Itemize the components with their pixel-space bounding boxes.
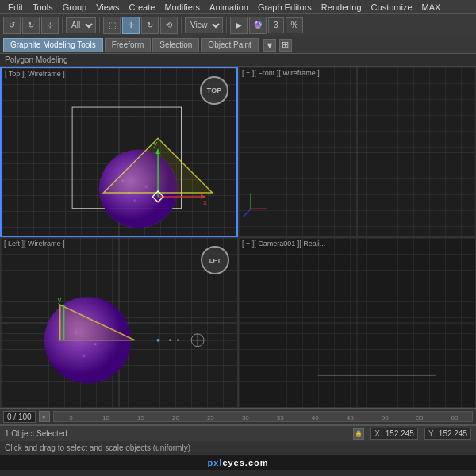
- object-paint-tab[interactable]: Object Paint: [201, 38, 258, 52]
- render-btn[interactable]: ▶: [230, 17, 248, 34]
- x-label: X:: [374, 429, 382, 438]
- separator-1: [62, 17, 63, 33]
- y-value: 152.245: [439, 429, 467, 438]
- svg-text:y: y: [58, 296, 62, 304]
- separator-2: [99, 17, 100, 33]
- svg-point-5: [121, 179, 125, 182]
- menu-animation[interactable]: Animation: [205, 0, 253, 13]
- svg-point-24: [44, 297, 131, 383]
- timeline-play-button[interactable]: >: [39, 411, 50, 422]
- svg-point-28: [82, 355, 85, 358]
- undo-button[interactable]: ↺: [3, 17, 21, 34]
- svg-point-34: [157, 339, 160, 342]
- svg-point-8: [133, 199, 136, 202]
- menu-modifiers[interactable]: Modifiers: [159, 0, 205, 13]
- help-message: Click and drag to select and scale objec…: [5, 443, 190, 452]
- timeline-counter: 0 / 100: [3, 411, 36, 423]
- menu-tools[interactable]: Tools: [28, 0, 58, 13]
- ruler-mark-60: 60: [437, 414, 472, 421]
- viewports-container: [ Top ][ Wireframe ]: [0, 67, 476, 408]
- viewport-camera[interactable]: [ + ][ Camera001 ][ Reali...: [238, 237, 476, 408]
- y-label: Y:: [428, 429, 436, 438]
- svg-point-35: [169, 339, 171, 341]
- ruler-mark-20: 20: [158, 414, 193, 421]
- polygon-modeling-label: Polygon Modeling: [5, 56, 68, 64]
- svg-point-7: [144, 185, 148, 188]
- redo-button[interactable]: ↻: [22, 17, 40, 34]
- menu-rendering[interactable]: Rendering: [317, 0, 367, 13]
- brand-name: pxleyes.com: [207, 458, 268, 467]
- svg-point-37: [191, 334, 204, 347]
- menu-customize[interactable]: Customize: [367, 0, 417, 13]
- y-coordinate-display: Y: 152.245: [424, 428, 471, 440]
- svg-text:y: y: [153, 139, 157, 148]
- modeling-extra-icon[interactable]: ⊞: [279, 39, 292, 52]
- ruler-mark-5: 5: [54, 414, 89, 421]
- menu-views[interactable]: Views: [91, 0, 124, 13]
- select-object-btn[interactable]: ⬚: [103, 17, 121, 34]
- svg-text:x: x: [203, 198, 207, 206]
- viewport-dropdown[interactable]: View: [185, 17, 223, 33]
- menu-edit[interactable]: Edit: [3, 0, 28, 13]
- graphite-modeling-tools-btn[interactable]: Graphite Modeling Tools: [3, 38, 103, 52]
- ruler-mark-55: 55: [402, 414, 437, 421]
- svg-rect-2: [72, 107, 181, 209]
- menu-create[interactable]: Create: [124, 0, 159, 13]
- ruler-mark-40: 40: [298, 414, 332, 421]
- ruler-mark-35: 35: [263, 414, 298, 421]
- ruler-mark-30: 30: [228, 414, 263, 421]
- selected-objects-text: 1 Object Selected: [5, 429, 347, 438]
- ruler-mark-45: 45: [332, 414, 367, 421]
- status-bar: 1 Object Selected 🔒 X: 152.245 Y: 152.24…: [0, 425, 476, 441]
- polygon-modeling-bar: Polygon Modeling: [0, 54, 476, 67]
- selection-tab[interactable]: Selection: [152, 38, 199, 52]
- viewport-camera-label: [ + ][ Camera001 ][ Reali...: [242, 240, 325, 248]
- menu-graph-editors[interactable]: Graph Editors: [253, 0, 317, 13]
- menu-group[interactable]: Group: [58, 0, 92, 13]
- menu-bar: Edit Tools Group Views Create Modifiers …: [0, 0, 476, 14]
- menu-max[interactable]: MAX: [417, 0, 446, 13]
- render-pct-label: %: [286, 17, 304, 33]
- scale-tool[interactable]: ⟲: [160, 17, 178, 34]
- svg-marker-29: [60, 305, 135, 340]
- svg-marker-14: [152, 191, 163, 202]
- message-bar: Click and drag to select and scale objec…: [0, 441, 476, 454]
- brand-bar: pxleyes.com: [0, 454, 476, 470]
- viewport-front[interactable]: [ + ][ Front ][ Wireframe ]: [238, 67, 476, 237]
- select-tool[interactable]: ⊹: [41, 17, 59, 34]
- timeline-track[interactable]: 5 10 15 20 25 30 35 40 45 50 55 60: [53, 411, 473, 422]
- freeform-tab[interactable]: Freeform: [105, 38, 152, 52]
- x-coordinate-display: X: 152.245: [370, 428, 418, 440]
- modeling-bar: Graphite Modeling Tools Freeform Selecti…: [0, 36, 476, 54]
- lock-icon[interactable]: 🔒: [353, 428, 364, 440]
- viewport-top-label: [ Top ][ Wireframe ]: [5, 70, 65, 78]
- viewport-left-label: [ Left ][ Wireframe ]: [4, 240, 65, 248]
- svg-point-4: [99, 150, 177, 228]
- select-filter-dropdown[interactable]: All: [66, 17, 96, 33]
- separator-3: [181, 17, 182, 33]
- rotate-tool[interactable]: ↻: [141, 17, 159, 34]
- svg-point-36: [177, 339, 179, 341]
- svg-point-26: [75, 331, 78, 334]
- svg-point-6: [128, 192, 130, 194]
- gizmo-left[interactable]: LFT: [201, 246, 229, 274]
- ruler-mark-15: 15: [124, 414, 159, 421]
- svg-marker-9: [103, 138, 212, 193]
- ruler-mark-25: 25: [193, 414, 228, 421]
- material-editor-btn[interactable]: 🔮: [249, 17, 267, 34]
- svg-point-27: [94, 343, 97, 345]
- timeline-bar: 0 / 100 > 5 10 15 20 25 30 35 40 45 50 5…: [0, 408, 476, 425]
- gizmo-top[interactable]: TOP: [200, 76, 228, 105]
- separator-4: [226, 17, 227, 33]
- modeling-options-icon[interactable]: ▼: [263, 39, 276, 52]
- viewport-top[interactable]: [ Top ][ Wireframe ]: [0, 67, 238, 237]
- svg-marker-11: [201, 194, 206, 199]
- svg-marker-13: [155, 148, 160, 154]
- svg-point-25: [44, 297, 131, 383]
- viewport-left[interactable]: [ Left ][ Wireframe ] y: [0, 237, 238, 408]
- move-tool[interactable]: ✛: [122, 17, 140, 34]
- viewport-front-label: [ + ][ Front ][ Wireframe ]: [242, 69, 320, 77]
- svg-line-21: [243, 209, 251, 217]
- ruler-mark-10: 10: [89, 414, 124, 421]
- render-label: 3: [268, 17, 284, 33]
